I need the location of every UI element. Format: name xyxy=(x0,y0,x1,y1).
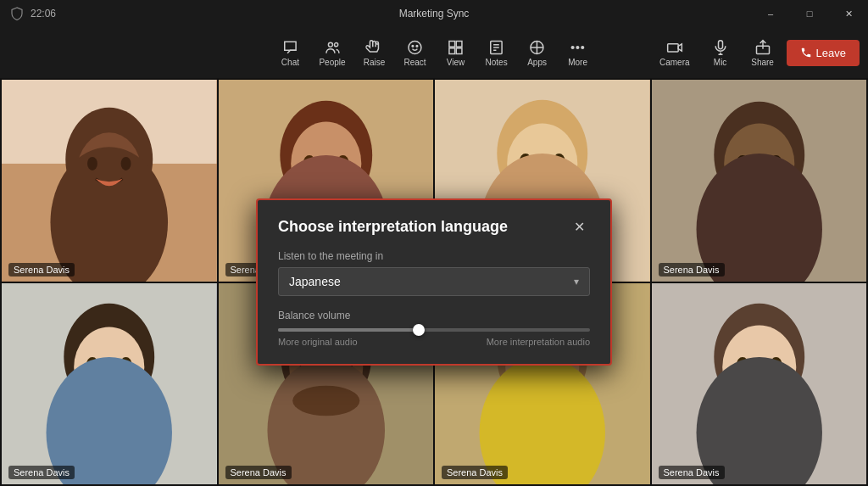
camera-button[interactable]: Camera xyxy=(653,36,697,70)
more-icon xyxy=(570,39,587,56)
selected-language: Japanese xyxy=(289,275,341,288)
meeting-time: 22:06 xyxy=(31,8,56,20)
dialog-close-button[interactable]: ✕ xyxy=(569,217,590,237)
window-title: Marketing Sync xyxy=(399,8,470,20)
slider-thumb[interactable] xyxy=(413,324,425,336)
mic-button[interactable]: Mic xyxy=(702,36,739,70)
toolbar-center-tools: Chat People Raise React xyxy=(271,36,596,70)
react-icon xyxy=(407,39,424,56)
share-button[interactable]: Share xyxy=(744,36,782,70)
chevron-down-icon: ▾ xyxy=(574,276,579,288)
svg-point-1 xyxy=(334,42,337,46)
svg-point-0 xyxy=(328,42,332,47)
close-button[interactable]: ✕ xyxy=(829,0,868,27)
slider-fill xyxy=(278,328,419,332)
dialog-overlay: Choose interpretation language ✕ Listen … xyxy=(0,78,868,486)
window-controls: – □ ✕ xyxy=(751,0,868,27)
mic-icon xyxy=(712,39,729,56)
interpretation-audio-label: More interpretation audio xyxy=(487,337,590,347)
svg-point-18 xyxy=(581,46,584,48)
slider-track xyxy=(278,328,590,332)
notes-button[interactable]: Notes xyxy=(478,36,515,70)
minimize-button[interactable]: – xyxy=(751,0,790,27)
people-icon xyxy=(324,39,341,56)
apps-button[interactable]: Apps xyxy=(519,36,556,70)
leave-button[interactable]: Leave xyxy=(787,40,860,66)
toolbar-right: Camera Mic Share Leave xyxy=(653,36,860,70)
dialog-header: Choose interpretation language ✕ xyxy=(278,217,590,237)
balance-label: Balance volume xyxy=(278,310,590,321)
svg-rect-19 xyxy=(667,43,678,51)
view-icon xyxy=(448,39,465,56)
notes-icon xyxy=(488,39,505,56)
maximize-button[interactable]: □ xyxy=(790,0,829,27)
title-bar: 22:06 Marketing Sync – □ ✕ xyxy=(0,0,868,27)
svg-rect-8 xyxy=(456,47,462,53)
svg-rect-20 xyxy=(718,40,722,48)
volume-slider-container xyxy=(278,328,590,332)
svg-point-4 xyxy=(416,45,418,47)
phone-icon xyxy=(800,47,812,59)
svg-point-3 xyxy=(412,45,414,47)
dialog-title: Choose interpretation language xyxy=(278,218,508,236)
react-button[interactable]: React xyxy=(397,36,434,70)
svg-point-2 xyxy=(409,41,421,53)
view-button[interactable]: View xyxy=(437,36,475,70)
shield-icon xyxy=(10,7,24,20)
language-select[interactable]: Japanese ▾ xyxy=(278,267,590,296)
chat-button[interactable]: Chat xyxy=(271,36,309,70)
share-icon xyxy=(754,39,771,56)
main-toolbar: Chat People Raise React xyxy=(0,27,868,78)
people-button[interactable]: People xyxy=(312,36,352,70)
svg-point-16 xyxy=(571,46,574,48)
svg-point-17 xyxy=(576,46,579,48)
listen-label: Listen to the meeting in xyxy=(278,250,590,262)
more-button[interactable]: More xyxy=(559,36,597,70)
camera-icon xyxy=(666,39,683,56)
svg-rect-5 xyxy=(449,41,455,47)
svg-rect-6 xyxy=(456,41,462,47)
chat-icon xyxy=(281,39,298,56)
original-audio-label: More original audio xyxy=(278,337,358,347)
slider-labels: More original audio More interpretation … xyxy=(278,337,590,347)
raise-icon xyxy=(366,39,383,56)
raise-button[interactable]: Raise xyxy=(356,36,393,70)
svg-rect-7 xyxy=(449,47,455,53)
apps-icon xyxy=(529,39,546,56)
interpretation-dialog: Choose interpretation language ✕ Listen … xyxy=(256,198,612,366)
